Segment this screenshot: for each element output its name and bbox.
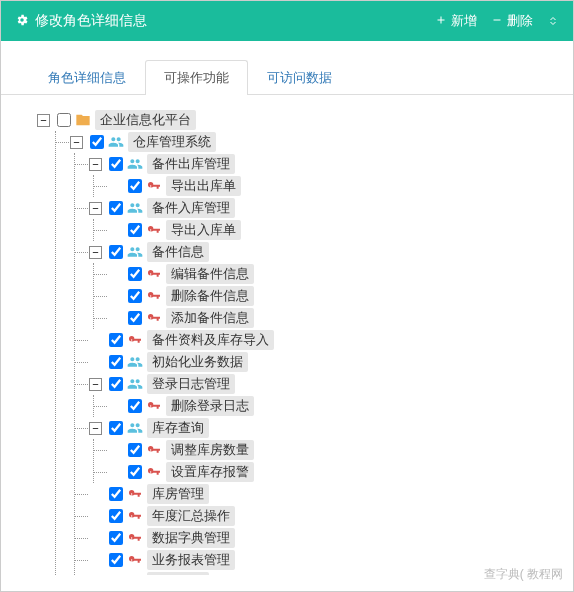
panel-header: 修改角色详细信息 新增 删除 <box>1 1 573 41</box>
tree-checkbox[interactable] <box>128 179 142 193</box>
tree-node: 导出入库单 <box>94 219 573 241</box>
key-icon <box>146 310 162 326</box>
tree-node: 初始化业务数据 <box>75 351 573 373</box>
tree-checkbox[interactable] <box>90 135 104 149</box>
tree-node: 添加备件信息 <box>94 307 573 329</box>
key-icon <box>127 530 143 546</box>
tree-label[interactable]: 企业信息化平台 <box>95 110 196 130</box>
tree-label[interactable]: 删除登录日志 <box>166 396 254 416</box>
people-icon <box>127 354 143 370</box>
key-icon <box>146 266 162 282</box>
tree-label[interactable]: 编辑备件信息 <box>166 264 254 284</box>
tree-checkbox[interactable] <box>128 443 142 457</box>
tree-node: 调整库房数量 <box>94 439 573 461</box>
tree-label[interactable]: 删除备件信息 <box>166 286 254 306</box>
people-icon <box>108 134 124 150</box>
tree-node: 编辑备件信息 <box>94 263 573 285</box>
watermark: 查字典( 教程网 <box>484 566 563 583</box>
tabs: 角色详细信息 可操作功能 可访问数据 <box>1 41 573 95</box>
delete-button[interactable]: 删除 <box>491 12 533 30</box>
key-icon <box>146 442 162 458</box>
tree-node: 库房管理 <box>75 483 573 505</box>
tree-checkbox[interactable] <box>109 509 123 523</box>
tree-label[interactable]: 导出入库单 <box>166 220 241 240</box>
tree-label[interactable]: 业务报表管理 <box>147 550 235 570</box>
tab-operations[interactable]: 可操作功能 <box>145 60 248 95</box>
tree-toggle[interactable]: − <box>89 158 102 171</box>
tree-checkbox[interactable] <box>109 421 123 435</box>
key-icon <box>127 574 143 575</box>
tree-node: 删除备件信息 <box>94 285 573 307</box>
tree-toggle[interactable]: − <box>70 136 83 149</box>
tree-toggle[interactable]: − <box>89 378 102 391</box>
tree-toggle[interactable]: − <box>37 114 50 127</box>
tree-checkbox[interactable] <box>57 113 71 127</box>
tree-node: 数据字典管理 <box>75 527 573 549</box>
tree-node: −备件入库管理导出入库单 <box>75 197 573 241</box>
tree-label[interactable]: 调整库房数量 <box>166 440 254 460</box>
key-icon <box>127 332 143 348</box>
tree-toggle[interactable]: − <box>89 246 102 259</box>
tree-checkbox[interactable] <box>109 201 123 215</box>
tree-checkbox[interactable] <box>109 377 123 391</box>
tree-label[interactable]: 登录日志管理 <box>147 374 235 394</box>
tree-node: 导出出库单 <box>94 175 573 197</box>
tree-label[interactable]: 设置库存报警 <box>166 462 254 482</box>
people-icon <box>127 244 143 260</box>
key-icon <box>146 464 162 480</box>
key-icon <box>127 552 143 568</box>
tree-toggle[interactable]: − <box>89 422 102 435</box>
tree-node: 备件资料及库存导入 <box>75 329 573 351</box>
tab-role-detail[interactable]: 角色详细信息 <box>29 60 145 95</box>
tree-label[interactable]: 添加备件信息 <box>166 308 254 328</box>
expand-button[interactable] <box>547 12 559 30</box>
tree-label[interactable]: 库存查询 <box>147 418 209 438</box>
tree-label[interactable]: 年度汇总操作 <box>147 506 235 526</box>
tree-label[interactable]: 仓库管理系统 <box>128 132 216 152</box>
tree-label[interactable]: 备件入库管理 <box>147 198 235 218</box>
tree-label[interactable]: 数据字典管理 <box>147 528 235 548</box>
key-icon <box>146 178 162 194</box>
tree-checkbox[interactable] <box>109 157 123 171</box>
tree-label[interactable]: 导出出库单 <box>166 176 241 196</box>
panel-title: 修改角色详细信息 <box>35 12 147 30</box>
key-icon <box>146 398 162 414</box>
tree-checkbox[interactable] <box>109 245 123 259</box>
tree-checkbox[interactable] <box>109 333 123 347</box>
tree-checkbox[interactable] <box>109 531 123 545</box>
tree-label[interactable]: 备件信息 <box>147 242 209 262</box>
key-icon <box>127 508 143 524</box>
tree-label[interactable]: 月结操作 <box>147 572 209 575</box>
plus-icon <box>435 14 447 29</box>
tree-checkbox[interactable] <box>128 311 142 325</box>
tree-node: 设置库存报警 <box>94 461 573 483</box>
tree-toggle[interactable]: − <box>89 202 102 215</box>
tree-checkbox[interactable] <box>128 399 142 413</box>
minus-icon <box>491 14 503 29</box>
people-icon <box>127 376 143 392</box>
tree-checkbox[interactable] <box>128 289 142 303</box>
gears-icon <box>15 13 29 30</box>
people-icon <box>127 420 143 436</box>
tree-checkbox[interactable] <box>128 465 142 479</box>
tree-node: −登录日志管理删除登录日志 <box>75 373 573 417</box>
tree-label[interactable]: 备件资料及库存导入 <box>147 330 274 350</box>
tab-data-access[interactable]: 可访问数据 <box>248 60 351 95</box>
tree-checkbox[interactable] <box>109 553 123 567</box>
tree-node: 删除登录日志 <box>94 395 573 417</box>
tree-node: 年度汇总操作 <box>75 505 573 527</box>
tree-checkbox[interactable] <box>128 223 142 237</box>
tree-node: −备件信息编辑备件信息删除备件信息添加备件信息 <box>75 241 573 329</box>
tree-checkbox[interactable] <box>109 355 123 369</box>
key-icon <box>127 486 143 502</box>
tree-checkbox[interactable] <box>128 267 142 281</box>
tree-checkbox[interactable] <box>109 487 123 501</box>
tree-node: −企业信息化平台−仓库管理系统−备件出库管理导出出库单−备件入库管理导出入库单−… <box>37 109 573 575</box>
tree-label[interactable]: 初始化业务数据 <box>147 352 248 372</box>
tree-node: −备件出库管理导出出库单 <box>75 153 573 197</box>
add-button[interactable]: 新增 <box>435 12 477 30</box>
folder-icon <box>75 112 91 128</box>
tree-label[interactable]: 库房管理 <box>147 484 209 504</box>
permission-tree: −企业信息化平台−仓库管理系统−备件出库管理导出出库单−备件入库管理导出入库单−… <box>1 95 573 575</box>
tree-label[interactable]: 备件出库管理 <box>147 154 235 174</box>
